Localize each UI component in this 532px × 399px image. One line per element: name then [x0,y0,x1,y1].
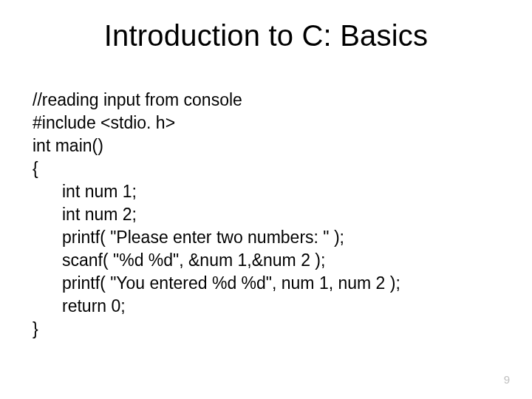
code-line: //reading input from console [33,89,499,112]
code-line: } [33,318,499,341]
code-line: { [33,157,499,180]
code-line: int main() [33,134,499,157]
code-line: #include <stdio. h> [33,112,499,134]
code-line: int num 1; [33,180,499,203]
slide: Introduction to C: Basics //reading inpu… [0,0,532,399]
page-number: 9 [504,373,510,386]
code-line: printf( "You entered %d %d", num 1, num … [33,272,499,295]
code-line: scanf( "%d %d", &num 1,&num 2 ); [33,249,499,272]
code-line: printf( "Please enter two numbers: " ); [33,226,499,249]
slide-title: Introduction to C: Basics [0,19,532,52]
code-line: return 0; [33,295,499,318]
code-block: //reading input from console #include <s… [33,89,499,341]
code-line: int num 2; [33,203,499,226]
